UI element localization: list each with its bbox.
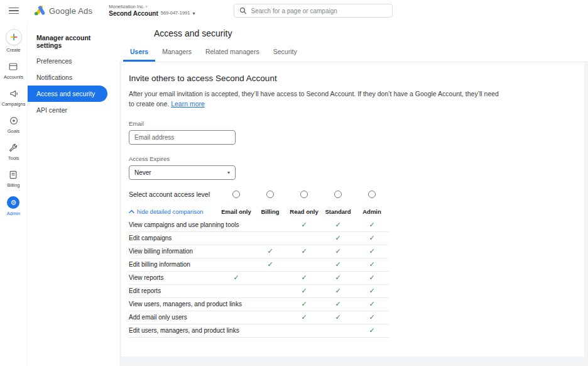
google-ads-logo[interactable]: Google Ads xyxy=(34,6,92,16)
permission-label: Edit billing information xyxy=(129,261,219,268)
permission-label: Edit campaigns xyxy=(129,235,219,241)
access-level-radio[interactable] xyxy=(232,191,240,198)
nav-admin[interactable]: ⚙ Admin xyxy=(7,196,20,216)
learn-more-link[interactable]: Learn more xyxy=(171,100,205,108)
hide-comparison-link[interactable]: hide detailed comparison xyxy=(129,208,219,215)
chevron-up-icon xyxy=(129,209,134,214)
permission-row: View reports✓✓✓✓ xyxy=(129,272,389,285)
check-icon: ✓ xyxy=(355,260,389,269)
check-icon: ✓ xyxy=(355,313,389,321)
sidebar-item-preferences[interactable]: Preferences xyxy=(28,53,119,69)
access-level-column-label: Standard xyxy=(325,208,351,215)
check-icon: ✓ xyxy=(321,313,355,321)
check-icon: ✓ xyxy=(355,247,389,255)
chevron-down-icon: ▾ xyxy=(227,170,230,175)
tab-managers[interactable]: Managers xyxy=(155,44,199,62)
nav-billing[interactable]: Billing xyxy=(7,169,19,188)
check-icon: ✓ xyxy=(355,300,389,308)
email-field[interactable] xyxy=(129,130,236,145)
nav-create[interactable]: Create xyxy=(6,29,22,53)
sidebar-item-access-and-security[interactable]: Access and security xyxy=(28,86,107,102)
check-icon: ✓ xyxy=(287,300,321,308)
permission-row: View billing information✓✓✓✓ xyxy=(129,245,389,258)
check-icon: ✓ xyxy=(321,274,355,282)
nav-label: Create xyxy=(6,47,21,53)
tab-related-managers[interactable]: Related managers xyxy=(199,44,266,62)
sidebar-title: Manager account settings xyxy=(28,30,119,53)
access-level-column: Read only xyxy=(287,190,321,216)
check-icon: ✓ xyxy=(253,247,287,255)
permission-label: Edit reports xyxy=(129,287,219,294)
tab-bar: Users Managers Related managers Security xyxy=(119,44,588,62)
nav-accounts[interactable]: Accounts xyxy=(4,61,23,80)
permission-row: Add email only users✓✓✓ xyxy=(129,311,389,324)
check-icon: ✓ xyxy=(321,221,355,229)
check-icon: ✓ xyxy=(287,247,321,255)
nav-label: Admin xyxy=(7,211,20,216)
sidebar-item-notifications[interactable]: Notifications xyxy=(28,69,119,86)
page-title: Access and security xyxy=(119,21,588,44)
nav-label: Tools xyxy=(8,155,19,161)
tab-users[interactable]: Users xyxy=(123,44,155,62)
account-id: 569-047-1991 xyxy=(161,11,190,16)
check-icon: ✓ xyxy=(321,300,355,308)
app-window: Google Ads Monetization Inc. › Second Ac… xyxy=(0,0,588,366)
invite-card: Invite others to access Second Account A… xyxy=(121,62,584,357)
check-icon: ✓ xyxy=(287,221,321,229)
check-icon: ✓ xyxy=(355,326,389,335)
check-icon: ✓ xyxy=(355,274,389,282)
nav-label: Goals xyxy=(8,128,20,134)
access-level-column-label: Admin xyxy=(362,208,381,215)
access-expires-select[interactable]: Never ▾ xyxy=(129,165,236,180)
nav-tools[interactable]: Tools xyxy=(8,142,19,161)
invite-description: After your email invitation is accepted,… xyxy=(129,89,506,109)
main-header: Access and security Users Managers Relat… xyxy=(119,21,588,62)
access-level-radio[interactable] xyxy=(334,191,342,198)
accounts-icon xyxy=(8,61,18,72)
permission-row: View users, managers, and product links✓… xyxy=(129,298,389,311)
access-level-radio[interactable] xyxy=(368,191,376,198)
check-icon: ✓ xyxy=(321,247,355,255)
account-picker[interactable]: Monetization Inc. › Second Account 569-0… xyxy=(109,4,195,17)
sidebar-item-api-center[interactable]: API center xyxy=(28,102,119,118)
access-level-column-label: Billing xyxy=(261,208,279,215)
topbar: Google Ads Monetization Inc. › Second Ac… xyxy=(0,0,588,21)
tab-security[interactable]: Security xyxy=(266,44,304,62)
check-icon: ✓ xyxy=(355,287,389,295)
access-level-radio[interactable] xyxy=(300,191,308,198)
check-icon: ✓ xyxy=(287,287,321,295)
campaigns-icon xyxy=(9,88,19,99)
nav-label: Billing xyxy=(7,182,19,188)
menu-icon[interactable] xyxy=(9,8,19,14)
nav-rail: Create Accounts Campaign xyxy=(0,21,28,366)
access-level-column: Email only xyxy=(219,190,253,216)
access-level-header: Select account access level hide detaile… xyxy=(129,190,574,216)
goals-icon xyxy=(9,115,19,126)
permission-row: View campaigns and use planning tools✓✓✓ xyxy=(129,219,389,232)
access-expires-value: Never xyxy=(134,169,151,176)
search-input[interactable] xyxy=(251,8,387,14)
access-level-column: Standard xyxy=(321,190,355,216)
chevron-down-icon: ▾ xyxy=(192,11,195,16)
nav-label: Campaigns xyxy=(2,101,26,107)
nav-campaigns[interactable]: Campaigns xyxy=(2,88,26,107)
tools-icon xyxy=(8,142,18,153)
check-icon: ✓ xyxy=(321,260,355,269)
check-icon: ✓ xyxy=(321,234,355,242)
search-bar[interactable] xyxy=(234,4,393,18)
access-level-column: Billing xyxy=(253,190,287,216)
plus-icon xyxy=(6,29,22,45)
permission-label: View campaigns and use planning tools xyxy=(129,221,219,228)
main-area: Access and security Users Managers Relat… xyxy=(119,21,588,366)
check-icon: ✓ xyxy=(355,221,389,229)
invite-title: Invite others to access Second Account xyxy=(129,74,574,83)
permission-row: Edit billing information✓✓✓ xyxy=(129,258,389,272)
breadcrumb: Monetization Inc. › xyxy=(109,4,195,10)
permission-label: Edit users, managers, and product links xyxy=(129,327,219,334)
nav-goals[interactable]: Goals xyxy=(8,115,20,134)
permission-row: Edit campaigns✓✓ xyxy=(129,232,389,245)
check-icon: ✓ xyxy=(321,287,355,295)
access-level-radio[interactable] xyxy=(266,191,274,198)
permission-label: View users, managers, and product links xyxy=(129,301,219,308)
access-level-column-label: Read only xyxy=(290,208,318,215)
